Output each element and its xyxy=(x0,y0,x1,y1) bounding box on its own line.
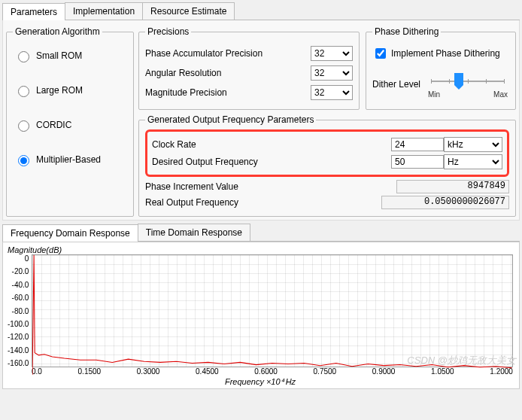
radio-multiplier-based[interactable]: Multiplier-Based xyxy=(14,153,126,166)
generation-algorithm-group: Generation Algorithm Small ROM Large ROM… xyxy=(6,26,134,217)
generation-algorithm-legend: Generation Algorithm xyxy=(13,26,102,37)
parameters-panel: Generation Algorithm Small ROM Large ROM… xyxy=(2,20,520,221)
desired-freq-label: Desired Output Frequency xyxy=(152,157,287,167)
radio-large-rom[interactable]: Large ROM xyxy=(14,84,126,97)
phase-increment-row: Phase Increment Value 8947849 xyxy=(145,180,509,193)
phase-acc-select[interactable]: 32 xyxy=(311,46,353,61)
tab-implementation[interactable]: Implementation xyxy=(65,2,143,20)
chart-line-icon xyxy=(32,255,512,375)
dither-level-label: Dither Level xyxy=(372,79,420,90)
real-output-row: Real Output Frequency 0.0500000026077 xyxy=(145,196,509,209)
magnitude-prec-row: Magnitude Precision 32 xyxy=(145,85,353,100)
radio-small-rom[interactable]: Small ROM xyxy=(14,49,126,62)
response-tabstrip: Frequency Domain Response Time Domain Re… xyxy=(2,224,520,242)
angular-res-label: Angular Resolution xyxy=(145,68,311,78)
radio-multiplier-input[interactable] xyxy=(18,155,29,166)
freq-response-chart: Magnitude(dB) 0 -20.0 -40.0 -60.0 -80.0 … xyxy=(2,242,520,389)
clock-rate-input[interactable] xyxy=(391,138,444,151)
phase-acc-label: Phase Accumulator Precision xyxy=(145,48,311,59)
phase-increment-value: 8947849 xyxy=(396,180,509,193)
radio-large-rom-label: Large ROM xyxy=(36,85,83,96)
tab-time-domain[interactable]: Time Domain Response xyxy=(138,224,250,241)
magnitude-prec-select[interactable]: 32 xyxy=(311,85,353,100)
dither-level-row: Dither Level Min Max xyxy=(372,72,509,97)
precisions-group: Precisions Phase Accumulator Precision 3… xyxy=(138,26,360,110)
radio-large-rom-input[interactable] xyxy=(18,86,29,97)
real-output-label: Real Output Frequency xyxy=(145,197,281,208)
generated-output-legend: Generated Output Frequency Parameters xyxy=(145,114,316,125)
desired-freq-unit-select[interactable]: Hz xyxy=(444,154,502,169)
clock-rate-unit-select[interactable]: kHz xyxy=(444,137,502,152)
desired-freq-row: Desired Output Frequency Hz xyxy=(152,154,502,169)
radio-small-rom-input[interactable] xyxy=(18,51,29,62)
desired-freq-input[interactable] xyxy=(391,155,444,169)
clock-rate-label: Clock Rate xyxy=(152,139,287,150)
top-row: Precisions Phase Accumulator Precision 3… xyxy=(138,26,516,110)
slider-min-label: Min xyxy=(428,90,440,99)
chart-xlabel: Frequency ×10⁴ Hz xyxy=(8,377,513,387)
implement-dithering-check[interactable]: Implement Phase Dithering xyxy=(372,46,509,61)
radio-small-rom-label: Small ROM xyxy=(36,50,82,61)
slider-max-label: Max xyxy=(493,90,508,99)
radio-cordic[interactable]: CORDIC xyxy=(14,118,126,132)
radio-cordic-input[interactable] xyxy=(18,120,29,132)
generated-output-group: Generated Output Frequency Parameters Cl… xyxy=(138,114,516,217)
implement-dithering-label: Implement Phase Dithering xyxy=(391,48,500,59)
slider-thumb-icon[interactable] xyxy=(454,73,463,85)
phase-dithering-group: Phase Dithering Implement Phase Ditherin… xyxy=(366,26,516,110)
magnitude-prec-label: Magnitude Precision xyxy=(145,87,311,98)
implement-dithering-input[interactable] xyxy=(375,48,386,59)
right-column: Precisions Phase Accumulator Precision 3… xyxy=(138,26,516,217)
phase-acc-row: Phase Accumulator Precision 32 xyxy=(145,46,353,61)
angular-res-select[interactable]: 32 xyxy=(311,65,353,81)
chart-y-axis: 0 -20.0 -40.0 -60.0 -80.0 -100.0 -120.0 … xyxy=(8,254,32,367)
chart-plot-area xyxy=(32,254,513,367)
dither-level-slider[interactable]: Min Max xyxy=(426,72,509,97)
angular-res-row: Angular Resolution 32 xyxy=(145,65,353,81)
highlighted-box: Clock Rate kHz Desired Output Frequency … xyxy=(145,129,509,177)
real-output-value: 0.0500000026077 xyxy=(381,196,509,209)
precisions-legend: Precisions xyxy=(145,26,191,37)
chart-ylabel: Magnitude(dB) xyxy=(8,245,513,254)
radio-cordic-label: CORDIC xyxy=(36,120,71,130)
main-tabstrip: Parameters Implementation Resource Estim… xyxy=(2,2,520,20)
tab-freq-domain[interactable]: Frequency Domain Response xyxy=(2,224,138,242)
phase-increment-label: Phase Increment Value xyxy=(145,181,281,192)
tab-parameters[interactable]: Parameters xyxy=(2,3,65,20)
phase-dithering-legend: Phase Dithering xyxy=(372,26,441,37)
clock-rate-row: Clock Rate kHz xyxy=(152,137,502,152)
radio-multiplier-label: Multiplier-Based xyxy=(36,154,101,165)
tab-resource-estimate[interactable]: Resource Estimate xyxy=(142,2,235,20)
